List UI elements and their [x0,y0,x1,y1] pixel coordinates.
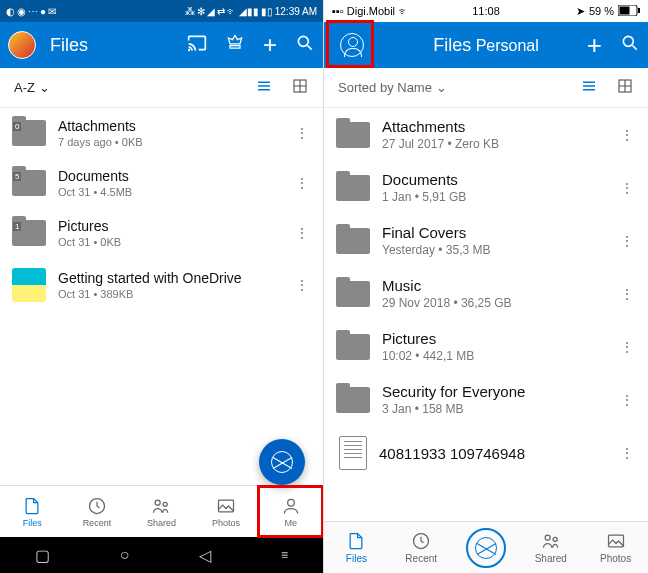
add-icon[interactable]: + [263,31,277,59]
list-item[interactable]: 1PicturesOct 31 • 0KB⋮ [0,208,323,258]
more-icon[interactable]: ⋮ [618,180,636,196]
list-view-icon[interactable] [580,77,598,99]
ios-status-bar: ▪▪▫ Digi.Mobil ᯤ 11:08 ➤ 59 % [324,0,648,22]
folder-icon: 1 [12,220,46,246]
aperture-icon [475,537,497,559]
add-icon[interactable]: + [587,30,602,61]
recent-apps-icon[interactable]: ▢ [35,546,50,565]
chevron-down-icon: ⌄ [436,80,447,95]
svg-point-4 [156,500,161,505]
back-icon[interactable]: ◁ [199,546,211,565]
nav-label: Files [346,553,367,564]
sort-button[interactable]: A-Z ⌄ [14,80,50,95]
cast-icon[interactable] [187,33,207,58]
list-item[interactable]: Security for Everyone3 Jan • 158 MB⋮ [324,373,648,426]
list-item[interactable]: Music29 Nov 2018 • 36,25 GB⋮ [324,267,648,320]
folder-icon [336,334,370,360]
grid-view-icon[interactable] [616,77,634,99]
more-icon[interactable]: ⋮ [293,225,311,241]
grid-view-icon[interactable] [291,77,309,99]
more-icon[interactable]: ⋮ [618,286,636,302]
svg-rect-16 [608,535,623,547]
menu-icon[interactable]: ≡ [281,548,288,562]
battery-icon [618,5,640,18]
scan-fab[interactable] [259,439,305,485]
item-name: Getting started with OneDrive [58,270,281,286]
item-meta: 29 Nov 2018 • 36,25 GB [382,296,606,310]
more-icon[interactable]: ⋮ [293,277,311,293]
item-name: 40811933 109746948 [379,445,606,462]
nav-me[interactable]: Me [258,486,323,537]
item-name: Attachments [382,118,606,135]
item-name: Pictures [58,218,281,234]
item-meta: Oct 31 • 0KB [58,236,281,248]
svg-rect-6 [219,500,234,512]
photos-icon [606,531,626,551]
me-icon [281,496,301,516]
folder-icon: 0 [12,120,46,146]
more-icon[interactable]: ⋮ [618,127,636,143]
battery-pct: 59 % [589,5,614,17]
nav-label: Me [284,518,297,528]
folder-icon [336,281,370,307]
avatar[interactable] [8,31,36,59]
svg-point-15 [553,537,557,541]
profile-icon[interactable] [340,33,364,57]
nav-camera[interactable] [454,522,519,573]
list-item[interactable]: Final CoversYesterday • 35,3 MB⋮ [324,214,648,267]
status-time: 11:08 [472,5,500,17]
list-item[interactable]: Pictures10:02 • 442,1 MB⋮ [324,320,648,373]
list-item[interactable]: Documents1 Jan • 5,91 GB⋮ [324,161,648,214]
item-meta: Oct 31 • 4.5MB [58,186,281,198]
search-icon[interactable] [620,33,640,58]
nav-recent[interactable]: Recent [65,486,130,537]
photos-icon [216,496,236,516]
svg-point-11 [623,36,633,46]
bottom-nav: FilesRecentSharedPhotosMe [0,485,323,537]
item-meta: Oct 31 • 389KB [58,288,281,300]
nav-photos[interactable]: Photos [583,522,648,573]
nav-files[interactable]: Files [324,522,389,573]
folder-icon [336,387,370,413]
item-meta: 3 Jan • 158 MB [382,402,606,416]
more-icon[interactable]: ⋮ [618,233,636,249]
nav-label: Recent [405,553,437,564]
folder-icon [336,175,370,201]
more-icon[interactable]: ⋮ [293,175,311,191]
more-icon[interactable]: ⋮ [618,392,636,408]
item-name: Security for Everyone [382,383,606,400]
premium-icon[interactable] [225,33,245,58]
files-icon [22,496,42,516]
more-icon[interactable]: ⋮ [618,445,636,461]
list-item[interactable]: Attachments27 Jul 2017 • Zero KB⋮ [324,108,648,161]
svg-point-1 [298,36,308,46]
list-item[interactable]: 40811933 109746948⋮ [324,426,648,480]
nav-shared[interactable]: Shared [518,522,583,573]
item-meta: 27 Jul 2017 • Zero KB [382,137,606,151]
aperture-icon [271,451,293,473]
nav-shared[interactable]: Shared [129,486,194,537]
page-subtitle: Personal [476,37,539,54]
nav-photos[interactable]: Photos [194,486,259,537]
svg-rect-9 [620,6,630,14]
item-meta: Yesterday • 35,3 MB [382,243,606,257]
list-item[interactable]: Getting started with OneDriveOct 31 • 38… [0,258,323,312]
sort-button[interactable]: Sorted by Name ⌄ [338,80,447,95]
nav-label: Shared [535,553,567,564]
item-name: Pictures [382,330,606,347]
nav-files[interactable]: Files [0,486,65,537]
folder-icon: 5 [12,170,46,196]
svg-rect-10 [638,8,640,13]
more-icon[interactable]: ⋮ [618,339,636,355]
list-item[interactable]: 5DocumentsOct 31 • 4.5MB⋮ [0,158,323,208]
more-icon[interactable]: ⋮ [293,125,311,141]
app-header: Files Personal + [324,22,648,68]
bottom-nav: FilesRecentSharedPhotos [324,521,648,573]
status-time: 12:39 AM [275,6,317,17]
location-icon: ➤ [576,5,585,18]
nav-recent[interactable]: Recent [389,522,454,573]
list-item[interactable]: 0Attachments7 days ago • 0KB⋮ [0,108,323,158]
search-icon[interactable] [295,33,315,58]
list-view-icon[interactable] [255,77,273,99]
home-icon[interactable]: ○ [120,546,130,564]
